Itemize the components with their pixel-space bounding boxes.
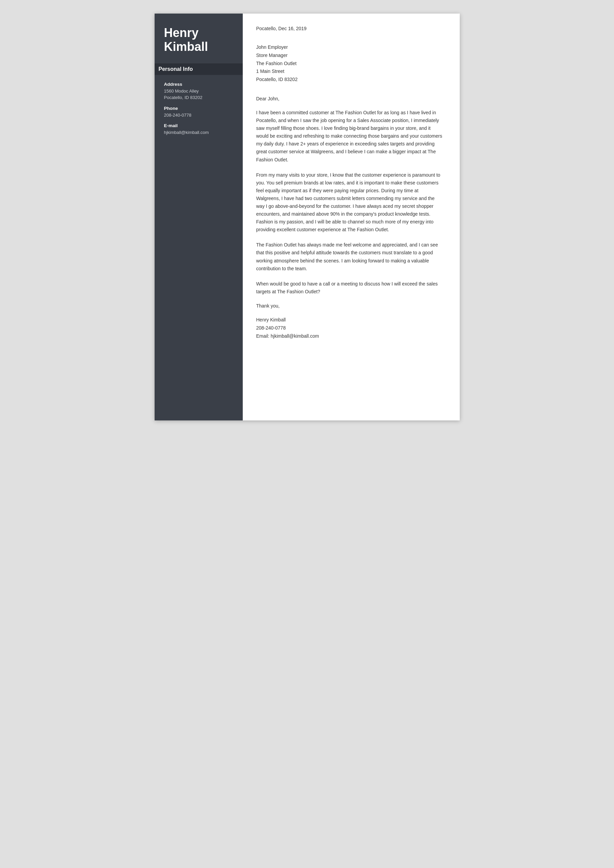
personal-info-section-title: Personal Info bbox=[155, 64, 243, 75]
recipient-address1: 1 Main Street bbox=[256, 67, 443, 76]
applicant-name: Henry Kimball bbox=[164, 26, 233, 54]
letter-paragraph-3: The Fashion Outlet has always made me fe… bbox=[256, 241, 443, 272]
recipient-company: The Fashion Outlet bbox=[256, 60, 443, 68]
recipient-title: Store Manager bbox=[256, 51, 443, 60]
address-label: Address bbox=[164, 82, 233, 87]
recipient-address2: Pocatello, ID 83202 bbox=[256, 76, 443, 84]
salutation: Dear John, bbox=[256, 96, 443, 101]
letter-paragraph-4: When would be good to have a call or a m… bbox=[256, 280, 443, 296]
recipient-block: John Employer Store Manager The Fashion … bbox=[256, 43, 443, 84]
sidebar: Henry Kimball Personal Info Address 1560… bbox=[155, 14, 243, 420]
address-value: 1560 Modoc Alley Pocatello, ID 83202 bbox=[164, 88, 233, 101]
document: Henry Kimball Personal Info Address 1560… bbox=[155, 14, 460, 420]
email-value: hjkimball@kimball.com bbox=[164, 129, 233, 136]
letter-content: Pocatello, Dec 16, 2019 John Employer St… bbox=[243, 14, 460, 420]
email-label: E-mail bbox=[164, 123, 233, 128]
signature-name: Henry Kimball bbox=[256, 316, 443, 324]
letter-paragraph-2: From my many visits to your store, I kno… bbox=[256, 171, 443, 234]
signature-phone: 208-240-0778 bbox=[256, 324, 443, 332]
letter-date: Pocatello, Dec 16, 2019 bbox=[256, 26, 443, 31]
thank-you: Thank you, bbox=[256, 303, 443, 308]
signature-email: Email: hjkimball@kimball.com bbox=[256, 332, 443, 340]
recipient-name: John Employer bbox=[256, 43, 443, 51]
letter-paragraph-1: I have been a committed customer at The … bbox=[256, 109, 443, 164]
signature-block: Henry Kimball 208-240-0778 Email: hjkimb… bbox=[256, 316, 443, 340]
phone-value: 208-240-0778 bbox=[164, 112, 233, 119]
phone-label: Phone bbox=[164, 106, 233, 111]
